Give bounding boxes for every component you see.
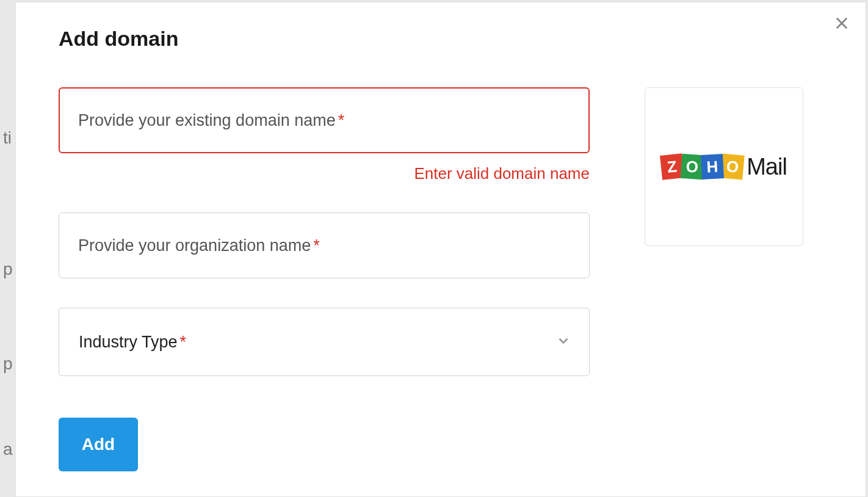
modal-title: Add domain — [59, 27, 823, 51]
organization-name-input[interactable] — [59, 212, 590, 278]
background-text: p — [3, 259, 13, 279]
logo-mail-text: Mail — [747, 154, 787, 180]
background-text: ti — [3, 128, 12, 148]
close-icon — [833, 23, 850, 34]
add-button[interactable]: Add — [59, 418, 138, 471]
domain-error-message: Enter valid domain name — [59, 164, 590, 183]
logo-letter-o: O — [720, 154, 744, 180]
required-marker: * — [180, 333, 187, 352]
add-domain-modal: Add domain Provide your existing domain … — [15, 2, 866, 497]
background-text: p — [3, 354, 13, 374]
close-button[interactable] — [833, 15, 850, 34]
background-text: a — [3, 440, 13, 459]
domain-name-input[interactable] — [59, 87, 590, 153]
industry-type-select[interactable]: Industry Type* — [59, 308, 590, 376]
industry-type-label: Industry Type — [79, 333, 178, 352]
chevron-down-icon — [555, 333, 571, 351]
zoho-mail-logo: Z O H O Mail — [645, 87, 803, 246]
logo-letter-h: H — [701, 154, 724, 180]
